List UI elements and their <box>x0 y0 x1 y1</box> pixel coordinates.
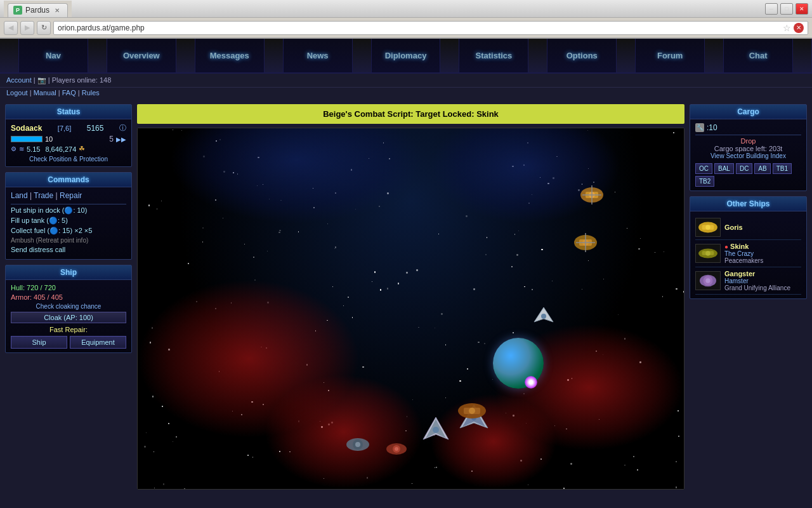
cargo-item-count: :10 <box>707 123 717 132</box>
cargo-btn-oc[interactable]: OC <box>695 163 712 174</box>
manual-link[interactable]: Manual <box>34 89 56 97</box>
nav-item-options[interactable]: Options <box>547 39 617 72</box>
cargo-header: Cargo <box>690 105 806 119</box>
cloak-chance-link[interactable]: Check cloaking chance <box>11 303 126 310</box>
cargo-btn-tb2[interactable]: TB2 <box>695 176 714 187</box>
reload-button[interactable]: ↻ <box>37 21 51 35</box>
faq-link[interactable]: FAQ <box>62 89 76 97</box>
cargo-content: 🔧 :10 Drop Cargo space left: 203t View S… <box>690 119 806 190</box>
game-nav: Nav Overview Messages News Diplomacy Sta… <box>0 39 812 74</box>
cargo-icon: 🔧 <box>695 123 704 132</box>
nav-item-statistics[interactable]: Statistics <box>459 39 528 72</box>
tab-close-button[interactable]: ✕ <box>55 7 60 14</box>
bottom-ship-3 <box>384 438 409 460</box>
credits-row: ⚙ ≋ 5.15 8,646,274 ☘ <box>11 145 126 153</box>
enemy-ship-2 <box>570 227 601 258</box>
ship-info-goris: Goris <box>724 224 801 231</box>
player-name: Sodaack <box>11 124 42 133</box>
player-ship <box>417 414 455 446</box>
cargo-btn-bal[interactable]: BAL <box>714 163 734 174</box>
player-row: Sodaack [7,6] 5165 ⓘ <box>11 123 126 133</box>
ship-info-gangster: Gangster Hamster Grand Unifying Alliance <box>724 270 801 291</box>
armor-value: 405 / 405 <box>34 293 63 301</box>
center-panel: Beige's Combat Script: Target Locked: Sk… <box>137 104 684 490</box>
bookmark-icon[interactable]: ☆ <box>783 23 791 33</box>
cargo-btn-tb1[interactable]: TB1 <box>773 163 792 174</box>
repair-link[interactable]: Repair <box>60 191 82 200</box>
ap-icon: ▶▶ <box>116 136 126 143</box>
security-icon: ✕ <box>794 23 804 33</box>
address-icons: ☆ ✕ <box>783 23 804 33</box>
check-position-link[interactable]: Check Position & Protection <box>11 156 126 163</box>
cargo-btn-dc[interactable]: DC <box>736 163 752 174</box>
commands-header: Commands <box>6 173 131 187</box>
drop-link[interactable]: Drop <box>695 137 801 145</box>
nav-spacer-6 <box>528 39 547 72</box>
cargo-btn-ab[interactable]: AB <box>754 163 770 174</box>
sector-index-link[interactable]: View Sector Building Index <box>695 152 801 159</box>
browser-tab[interactable]: P Pardus ✕ <box>8 3 68 17</box>
ship-repair-buttons: Ship Equipment <box>11 336 126 349</box>
land-link[interactable]: Land <box>11 191 28 200</box>
main-layout: Status Sodaack [7,6] 5165 ⓘ 10 5 ▶▶ <box>0 99 812 495</box>
logout-link[interactable]: Logout <box>6 89 28 97</box>
hull-icon: ⚙ <box>11 145 16 152</box>
address-bar[interactable]: orion.pardus.at/game.php ☆ ✕ <box>53 21 808 35</box>
cmd-collect-fuel[interactable]: Collect fuel (🔵: 15) ×2 ×5 <box>11 227 126 235</box>
cloak-button[interactable]: Cloak (AP: 100) <box>11 312 126 323</box>
equipment-button[interactable]: Equipment <box>70 336 126 349</box>
svg-point-18 <box>469 408 475 414</box>
hull-stat: Hull: 720 / 720 <box>11 284 126 291</box>
ship-entry-goris: Goris <box>695 215 801 240</box>
svg-point-29 <box>705 225 710 229</box>
nav-item-chat[interactable]: Chat <box>724 39 793 72</box>
ship-button[interactable]: Ship <box>11 336 67 349</box>
fast-repair-label[interactable]: Fast Repair: <box>11 326 126 333</box>
command-links: Land | Trade | Repair <box>11 191 126 200</box>
status-content: Sodaack [7,6] 5165 ⓘ 10 5 ▶▶ ⚙ ≋ <box>6 119 131 166</box>
browser-chrome: P Pardus ✕ ─ □ ✕ ◀ ▶ ↻ orion.pardus.at/g… <box>0 0 812 39</box>
nav-spacer-left <box>0 39 19 72</box>
ship-header: Ship <box>6 265 131 280</box>
nav-item-forum[interactable]: Forum <box>636 39 705 72</box>
combat-script-name: Beige's Combat Script <box>323 109 410 119</box>
cmd-ambush[interactable]: Ambush (Retreat point info) <box>11 237 126 244</box>
cmd-fuel[interactable]: Fill up tank (🔵: 5) <box>11 217 126 225</box>
back-button[interactable]: ◀ <box>4 21 18 35</box>
skink-owner[interactable]: Skink <box>730 243 749 250</box>
left-panel: Status Sodaack [7,6] 5165 ⓘ 10 5 ▶▶ <box>5 104 132 490</box>
nav-spacer-8 <box>705 39 724 72</box>
tab-title: Pardus <box>25 6 49 15</box>
bottom-ship <box>455 397 490 425</box>
skink-name-row: ● Skink <box>724 243 801 250</box>
nav-item-news[interactable]: News <box>284 39 353 72</box>
rules-link[interactable]: Rules <box>82 89 100 97</box>
fuel-row: 10 5 ▶▶ <box>11 135 126 144</box>
forward-button[interactable]: ▶ <box>20 21 34 35</box>
hull-rating: 5.15 <box>27 145 40 153</box>
separator-1 <box>11 204 126 204</box>
nav-spacer-3 <box>265 39 284 72</box>
trade-link[interactable]: Trade <box>34 191 53 200</box>
credits-icon: ☘ <box>79 145 85 153</box>
nav-spacer-right <box>793 39 812 72</box>
combat-target-text: : Target Locked: Skink <box>410 109 498 119</box>
minimize-button[interactable]: ─ <box>765 3 778 15</box>
nav-item-overview[interactable]: Overview <box>107 39 176 72</box>
nav-item-nav[interactable]: Nav <box>19 39 88 72</box>
info-bar: Account | 📷 | Players online: 148 <box>0 74 812 88</box>
goris-owner[interactable]: Goris <box>724 224 801 231</box>
cmd-distress[interactable]: Send distress call <box>11 246 126 253</box>
gangster-owner[interactable]: Gangster <box>724 270 801 277</box>
title-bar: P Pardus ✕ ─ □ ✕ <box>0 0 812 18</box>
close-button[interactable]: ✕ <box>796 3 808 15</box>
cargo-item-row: 🔧 :10 <box>695 123 801 132</box>
ship-panel: Ship Hull: 720 / 720 Armor: 405 / 405 Ch… <box>5 265 132 353</box>
nav-item-messages[interactable]: Messages <box>195 39 265 72</box>
nav-item-diplomacy[interactable]: Diplomacy <box>372 39 441 72</box>
cmd-dock[interactable]: Put ship in dock (🔵: 10) <box>11 206 126 215</box>
account-link[interactable]: Account <box>6 76 32 84</box>
maximize-button[interactable]: □ <box>780 3 793 15</box>
hull-value: 720 / 720 <box>27 284 56 291</box>
nav-spacer-1 <box>88 39 107 72</box>
